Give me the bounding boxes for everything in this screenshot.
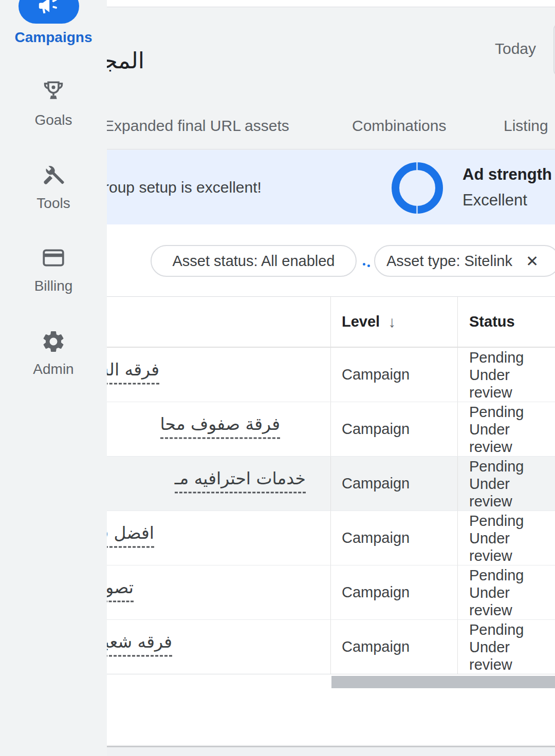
level-cell: Campaign: [330, 511, 457, 565]
sidebar-item-label: Admin: [0, 361, 107, 377]
status-line: Pending: [469, 621, 555, 638]
footer-strip: [107, 747, 555, 756]
asset-name-link[interactable]: افضل فر: [107, 522, 154, 547]
level-cell: Campaign: [330, 402, 457, 456]
table-row: فرقة صفوف محا Campaign Pending Under rev…: [107, 402, 555, 457]
assets-table: Level ↓ Status فرقه الشعـ Campaign Pendi…: [107, 296, 555, 674]
tab-combinations[interactable]: Combinations: [352, 103, 446, 149]
sidebar-item-label: Campaigns: [0, 29, 107, 46]
status-line: Under review: [469, 530, 555, 564]
sort-descending-icon[interactable]: ↓: [388, 313, 396, 331]
status-line: Pending: [469, 458, 555, 475]
tools-icon: [41, 162, 66, 190]
table-row: فرقه شعبيه Campaign Pending Under review: [107, 620, 555, 674]
google-ads-assets-page: Campaigns Goals: [0, 0, 555, 756]
status-line: Pending: [469, 512, 555, 530]
date-range-label[interactable]: Today: [495, 40, 536, 58]
active-pill: [18, 0, 79, 24]
asset-name-link[interactable]: فرقه الشعـ: [107, 359, 159, 384]
table-row: افضل فر Campaign Pending Under review: [107, 511, 555, 565]
status-line: Under review: [469, 421, 555, 456]
status-cell: Pending Under review: [457, 457, 555, 511]
sidebar-item-campaigns[interactable]: Campaigns: [0, 0, 107, 51]
close-icon[interactable]: ✕: [526, 252, 539, 270]
table-row-highlighted: خدمات احترافيه مـ Campaign Pending Under…: [107, 457, 555, 511]
filter-chip-asset-type[interactable]: Asset type: Sitelink ✕: [374, 245, 555, 277]
level-cell: Campaign: [330, 620, 457, 674]
table-header-row: Level ↓ Status: [107, 297, 555, 348]
asset-name-link[interactable]: فرقة صفوف محا: [160, 413, 280, 439]
sidebar-item-admin[interactable]: Admin: [0, 329, 107, 385]
asset-name-link[interactable]: خدمات احترافيه مـ: [175, 468, 306, 493]
status-line: Under review: [469, 584, 555, 619]
gauge-notch: [416, 206, 418, 214]
chip-label: Asset status: All enabled: [173, 253, 335, 270]
header-level-column[interactable]: Level ↓: [330, 297, 457, 347]
status-cell: Pending Under review: [457, 620, 555, 674]
header-asset-column: [107, 297, 330, 347]
sidebar-item-billing[interactable]: Billing: [0, 245, 107, 301]
sidebar-item-label: Goals: [0, 112, 107, 128]
sidebar-item-tools[interactable]: Tools: [0, 162, 107, 218]
horizontal-scrollbar-thumb[interactable]: [331, 676, 555, 688]
sidebar-item-label: Tools: [0, 195, 107, 212]
sidebar-item-goals[interactable]: Goals: [0, 78, 107, 135]
filter-separator-dot: [363, 263, 365, 266]
banner-message-clip: roup setup is excellent!: [107, 150, 328, 224]
table-row: فرقه الشعـ Campaign Pending Under review: [107, 348, 555, 402]
tab-expanded-final-url-assets[interactable]: Expanded final URL assets: [107, 103, 320, 149]
banner-message: roup setup is excellent!: [107, 150, 328, 224]
chip-label: Asset type: Sitelink: [386, 253, 512, 270]
level-cell: Campaign: [330, 348, 457, 402]
status-cell: Pending Under review: [457, 402, 555, 456]
ad-strength-label: Ad strength: [462, 165, 552, 184]
ad-strength-value: Excellent: [462, 191, 527, 210]
status-line: Under review: [469, 366, 555, 401]
status-cell: Pending Under review: [457, 348, 555, 402]
page-title-clip: المجـ: [107, 47, 145, 84]
filter-separator-dot: [367, 264, 370, 267]
asset-name-link[interactable]: تصويـ: [107, 577, 134, 602]
gauge-notch: [416, 162, 418, 170]
sidebar-item-label: Billing: [0, 278, 107, 294]
status-line: Under review: [469, 638, 555, 673]
filter-chip-asset-status[interactable]: Asset status: All enabled: [151, 245, 357, 277]
top-edge-bar: [107, 0, 555, 7]
status-line: Under review: [469, 475, 555, 510]
trophy-icon: [41, 78, 66, 106]
status-line: Pending: [469, 566, 555, 584]
tab-listing-groups[interactable]: Listing: [504, 103, 548, 149]
tab-label: Expanded final URL assets: [107, 103, 320, 149]
table-row: تصويـ Campaign Pending Under review: [107, 565, 555, 620]
ad-strength-banner: roup setup is excellent! Ad strength Exc…: [107, 150, 555, 224]
credit-card-icon: [41, 245, 66, 273]
column-label: Level: [342, 313, 380, 330]
status-line: Pending: [469, 403, 555, 421]
level-cell: Campaign: [330, 457, 457, 511]
column-label: Status: [469, 313, 515, 330]
gear-icon: [41, 329, 66, 356]
header-status-column[interactable]: Status: [457, 297, 555, 347]
status-cell: Pending Under review: [457, 511, 555, 565]
page-title: المجـ: [107, 47, 144, 73]
level-cell: Campaign: [330, 565, 457, 619]
asset-name-link[interactable]: فرقه شعبيه: [107, 631, 172, 656]
status-line: Pending: [469, 349, 555, 366]
tabs-divider: [107, 149, 555, 149]
navigation-rail: Campaigns Goals: [0, 0, 107, 756]
status-cell: Pending Under review: [457, 565, 555, 619]
